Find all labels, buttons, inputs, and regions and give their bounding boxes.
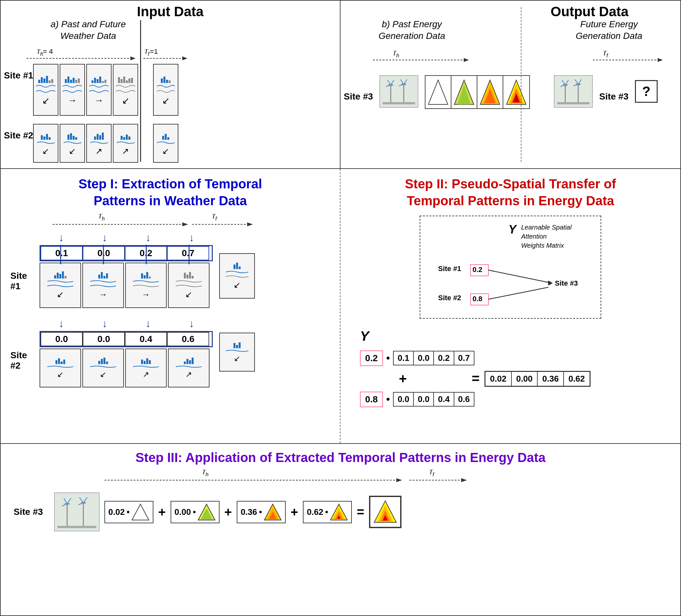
step1-w-s2-2: ↙ bbox=[82, 349, 124, 387]
tri-cell-2 bbox=[453, 78, 475, 106]
tf1-arrow-svg: T f =1 bbox=[143, 49, 189, 62]
svg-line-84 bbox=[67, 498, 71, 504]
res-1: 0.02 bbox=[485, 372, 512, 386]
blue-arrow-down-1: ↓ bbox=[40, 232, 82, 244]
svg-marker-13 bbox=[464, 58, 469, 62]
r1-v2: 0.0 bbox=[414, 352, 434, 365]
s2-val-4: 0.6 bbox=[167, 332, 209, 346]
step1-title: Step I: Extraction of Temporal Patterns … bbox=[10, 175, 330, 209]
bullet-1: • bbox=[386, 352, 390, 364]
svg-rect-91 bbox=[57, 526, 96, 528]
section-b-label: b) Past EnergyGeneration Data bbox=[350, 19, 474, 42]
svg-text:f: f bbox=[606, 53, 608, 58]
s2-val-3: 0.4 bbox=[125, 332, 167, 346]
weather-cell-s2-1: ↙ bbox=[33, 124, 58, 163]
svg-rect-49 bbox=[557, 102, 589, 104]
step3-c2: 0.00 bbox=[174, 507, 191, 517]
question-box: ? bbox=[635, 80, 658, 103]
bullet-s3-4: • bbox=[325, 507, 328, 517]
bullet-s3-3: • bbox=[259, 507, 262, 517]
step3-site3: Site #3 bbox=[14, 507, 43, 517]
svg-marker-80 bbox=[461, 478, 467, 482]
step3-item-1: 0.02 • bbox=[104, 501, 153, 523]
input-data-title: Input Data bbox=[137, 4, 203, 19]
svg-text:h: h bbox=[102, 216, 105, 222]
step1-w-s2-3: ↗ bbox=[125, 349, 167, 387]
turbine-svg bbox=[383, 78, 415, 104]
site3-out-label: Site #3 bbox=[599, 92, 628, 101]
wave2-s1-1 bbox=[36, 89, 55, 94]
step3-title: Step III: Application of Extracted Tempo… bbox=[14, 450, 667, 465]
blue-arrow-s2-3: ↓ bbox=[127, 318, 169, 330]
middle-section: Step I: Extraction of Temporal Patterns … bbox=[1, 169, 680, 444]
step3-c3: 0.36 bbox=[241, 507, 257, 517]
step3-section: Step III: Application of Extracted Tempo… bbox=[1, 444, 680, 615]
weather-cell-s1-2: → bbox=[60, 64, 85, 116]
step1-w-s2-1: ↙ bbox=[40, 349, 81, 387]
weather-cell-s1-3: → bbox=[86, 64, 111, 116]
step3-item-3: 0.36 • bbox=[237, 501, 286, 523]
output-data-title: Output Data bbox=[551, 4, 628, 19]
step3-c4: 0.62 bbox=[307, 507, 323, 517]
step1-future-s1: ↙ bbox=[219, 253, 255, 299]
step1-w-s1-1: ↙ bbox=[40, 263, 81, 308]
site2-label-top: Site #2 bbox=[4, 130, 33, 140]
step1-site1: Site #1 bbox=[10, 271, 27, 291]
tri-cell-1 bbox=[427, 78, 450, 106]
svg-line-70 bbox=[488, 287, 548, 299]
svg-line-65 bbox=[488, 270, 548, 282]
r2-v1: 0.0 bbox=[394, 393, 414, 406]
bullet-s3-1: • bbox=[127, 507, 130, 517]
weather-cell-s1-4: ↙ bbox=[113, 64, 138, 116]
res-3: 0.36 bbox=[538, 372, 564, 386]
step3-formula-row: Site #3 0 bbox=[14, 492, 667, 531]
blue-connect-lines bbox=[40, 245, 215, 264]
equals-s3: = bbox=[357, 505, 364, 519]
coeff-08-row2: 0.8 bbox=[360, 392, 383, 407]
equals-sign: = bbox=[472, 371, 480, 386]
svg-text:Site #3: Site #3 bbox=[555, 279, 578, 287]
weather-cell-s2-3: ↗ bbox=[86, 124, 111, 163]
blue-arrow-s2-1: ↓ bbox=[40, 318, 82, 330]
svg-line-85 bbox=[62, 504, 67, 506]
step1-w-s1-3: → bbox=[125, 263, 167, 308]
top-left: Input Data a) Past and FutureWeather Dat… bbox=[1, 1, 340, 168]
blue-arrow-down-4: ↓ bbox=[171, 232, 213, 244]
step1-arrows-svg: T h T f bbox=[53, 214, 312, 229]
step3-item-2: 0.00 • bbox=[171, 501, 220, 523]
energy-pattern-strip bbox=[425, 75, 530, 109]
top-section: Input Data a) Past and FutureWeather Dat… bbox=[1, 1, 680, 169]
svg-line-88 bbox=[79, 497, 83, 503]
svg-marker-4 bbox=[130, 56, 135, 60]
weather-cell-s2-2: ↙ bbox=[60, 124, 85, 163]
spatial-weights-box: Y Learnable Spatial AttentionWeights Mat… bbox=[420, 215, 601, 319]
svg-marker-76 bbox=[396, 478, 402, 482]
blue-arrow-down-2: ↓ bbox=[84, 232, 126, 244]
blue-arrow-s2-4: ↓ bbox=[171, 318, 213, 330]
res-2: 0.00 bbox=[512, 372, 538, 386]
plus-s3-3: + bbox=[291, 505, 298, 519]
wave-s1-1 bbox=[36, 84, 55, 89]
svg-text:h: h bbox=[206, 472, 208, 477]
svg-text:f: f bbox=[215, 216, 217, 222]
svg-text:f: f bbox=[433, 472, 434, 477]
s2-val-1: 0.0 bbox=[41, 332, 83, 346]
site3-b-label: Site #3 bbox=[344, 92, 373, 101]
coeff-02-row1: 0.2 bbox=[360, 351, 383, 366]
svg-rect-28 bbox=[383, 102, 415, 104]
svg-marker-92 bbox=[132, 504, 149, 520]
r1-v1: 0.1 bbox=[394, 352, 414, 365]
step3-result bbox=[369, 496, 401, 528]
svg-marker-53 bbox=[182, 223, 188, 226]
tri-cell-3 bbox=[479, 78, 501, 106]
tri-result bbox=[373, 499, 398, 525]
step1-w-s1-2: → bbox=[82, 263, 124, 308]
y-label-dotted: Y bbox=[508, 223, 516, 236]
turbine-past-s3 bbox=[379, 75, 418, 108]
r2-v4: 0.6 bbox=[454, 393, 474, 406]
r1-v4: 0.7 bbox=[454, 352, 474, 365]
spatial-weights-label: Learnable Spatial AttentionWeights Matri… bbox=[521, 223, 592, 250]
th4-arrow-svg: T h = 4 bbox=[27, 49, 137, 62]
step3-c1: 0.02 bbox=[108, 507, 125, 517]
svg-text:Site #1: Site #1 bbox=[438, 264, 461, 273]
